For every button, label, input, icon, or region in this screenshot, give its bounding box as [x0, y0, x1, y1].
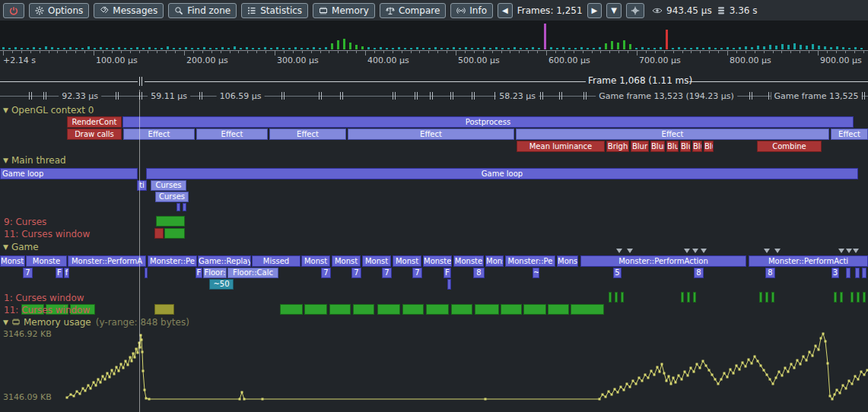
- frame-bar[interactable]: [580, 47, 583, 49]
- frame-bar[interactable]: [520, 48, 522, 49]
- frame-bar[interactable]: [556, 48, 558, 49]
- frame-bar[interactable]: [763, 46, 765, 49]
- main-depth2-bar[interactable]: Curses: [155, 192, 189, 202]
- frame-bar[interactable]: [641, 47, 644, 49]
- frame-bar[interactable]: [489, 48, 491, 49]
- section-header-game[interactable]: ▼Game: [3, 242, 39, 252]
- game-depth1-bar[interactable]: 7: [412, 268, 422, 278]
- frame-bar[interactable]: [410, 48, 412, 49]
- frame-bar[interactable]: [672, 48, 674, 49]
- main-depth3-bar[interactable]: [176, 203, 180, 211]
- frame-bar[interactable]: [727, 47, 729, 49]
- plot-1-curses-window-bar[interactable]: [857, 292, 860, 303]
- collapsed-zones-marker-icon[interactable]: [764, 249, 770, 253]
- frame-bar[interactable]: [374, 48, 376, 49]
- frames-dropdown-button[interactable]: ▼: [606, 3, 622, 18]
- game-depth0-bar[interactable]: Monst: [332, 255, 361, 267]
- frame-bar[interactable]: [94, 48, 96, 49]
- opengl-depth2-bar[interactable]: Mean luminance: [517, 141, 605, 152]
- frame-bar[interactable]: [611, 41, 613, 49]
- frame-bar[interactable]: [8, 48, 11, 49]
- collapsed-zones-marker-icon[interactable]: [701, 249, 707, 253]
- game-depth0-bar[interactable]: Monste: [423, 255, 452, 267]
- frame-bar[interactable]: [428, 48, 431, 49]
- frame-bar[interactable]: [769, 45, 771, 49]
- plot-11-curses-window-2-bar[interactable]: [451, 304, 472, 315]
- frame-bar[interactable]: [477, 48, 479, 49]
- find-zone-button[interactable]: Find zone: [168, 3, 237, 18]
- frame-bar[interactable]: [617, 43, 619, 49]
- game-depth0-bar[interactable]: Monste: [0, 255, 25, 267]
- frame-bar[interactable]: [154, 48, 157, 49]
- collapsed-zones-marker-icon[interactable]: [853, 249, 859, 253]
- main-depth3-bar[interactable]: [183, 203, 186, 211]
- game-depth1-bar[interactable]: [846, 268, 851, 278]
- collapse-triangle-icon[interactable]: ▼: [3, 319, 8, 326]
- frame-bar[interactable]: [447, 48, 449, 49]
- main-depth0-bar[interactable]: Game loop: [0, 168, 138, 179]
- frame-bar[interactable]: [33, 47, 35, 49]
- frame-bar[interactable]: [386, 48, 388, 49]
- frame-bar[interactable]: [434, 47, 437, 49]
- plot-1-curses-window-bar[interactable]: [851, 292, 854, 303]
- opengl-depth1-bar[interactable]: Effect: [196, 128, 268, 140]
- frame-bar[interactable]: [842, 47, 844, 49]
- game-depth0-bar[interactable]: Monster::PerformAction: [580, 255, 746, 267]
- section-header-memory[interactable]: ▼Memory usage(y-range: 848 bytes): [3, 317, 189, 328]
- plot-1-curses-window-bar[interactable]: [765, 292, 768, 303]
- plot-1-curses-window-bar[interactable]: [863, 292, 866, 303]
- frame-bar[interactable]: [51, 47, 53, 49]
- info-button[interactable]: Info: [450, 3, 493, 18]
- frame-bar[interactable]: [331, 43, 333, 49]
- frame-bar[interactable]: [806, 46, 808, 49]
- frame-bar[interactable]: [27, 48, 29, 49]
- frame-bar[interactable]: [203, 47, 205, 49]
- frame-bar[interactable]: [568, 48, 571, 49]
- game-depth1-bar[interactable]: 7: [321, 268, 331, 278]
- frame-bar[interactable]: [319, 48, 321, 49]
- frame-bar[interactable]: [775, 46, 777, 49]
- frame-bar[interactable]: [599, 47, 601, 49]
- frame-bar[interactable]: [544, 24, 546, 49]
- game-depth1-bar[interactable]: 5: [613, 268, 622, 278]
- game-depth1-bar[interactable]: F: [56, 268, 63, 278]
- frame-bar[interactable]: [258, 48, 260, 49]
- frame-bar[interactable]: [848, 48, 851, 49]
- frame-bar[interactable]: [240, 48, 242, 49]
- plot-11-curses-window-2-bar[interactable]: [353, 304, 374, 315]
- messages-button[interactable]: Messages: [94, 3, 164, 18]
- collapse-triangle-icon[interactable]: ▼: [3, 157, 8, 164]
- compare-button[interactable]: Compare: [380, 3, 446, 18]
- frame-bar[interactable]: [294, 47, 297, 49]
- plot-11-curses-window-2-bar[interactable]: [280, 304, 303, 315]
- game-depth1-bar[interactable]: Floor::Calc: [227, 268, 278, 278]
- frame-bar[interactable]: [14, 47, 17, 49]
- plot-11-curses-window-bar[interactable]: [154, 228, 164, 239]
- frame-bar[interactable]: [513, 47, 516, 49]
- opengl-depth0-bar[interactable]: Postprocess: [122, 116, 854, 128]
- game-depth1-bar[interactable]: 7: [382, 268, 392, 278]
- frame-label[interactable]: 58.23 µs: [496, 91, 539, 101]
- opengl-depth0-bar[interactable]: RenderCont: [67, 116, 122, 128]
- main-depth0-bar[interactable]: Game loop: [146, 168, 858, 179]
- frame-bar[interactable]: [471, 48, 473, 49]
- opengl-depth2-bar[interactable]: Combine: [757, 141, 822, 152]
- frame-histogram[interactable]: [0, 21, 868, 50]
- frame-label[interactable]: 59.11 µs: [148, 91, 190, 101]
- frame-bar[interactable]: [355, 45, 358, 49]
- game-depth0-bar[interactable]: Monste: [453, 255, 484, 267]
- frame-bar[interactable]: [106, 48, 108, 49]
- current-frame-label[interactable]: Frame 1,068 (1.11 ms): [588, 75, 687, 86]
- game-depth1-bar[interactable]: F: [444, 268, 451, 278]
- frame-bar[interactable]: [465, 47, 467, 49]
- goto-frame-button[interactable]: [626, 3, 644, 18]
- game-depth1-bar[interactable]: 8: [473, 268, 485, 278]
- frame-bar[interactable]: [185, 47, 187, 49]
- frame-bar[interactable]: [684, 48, 686, 49]
- frame-bar[interactable]: [63, 48, 65, 49]
- frame-bar[interactable]: [733, 48, 735, 49]
- plot-1-curses-window-bar[interactable]: [771, 292, 774, 303]
- plot-11-curses-window-2-bar[interactable]: [154, 304, 174, 315]
- frame-bar[interactable]: [526, 48, 528, 49]
- frame-bar[interactable]: [21, 48, 23, 49]
